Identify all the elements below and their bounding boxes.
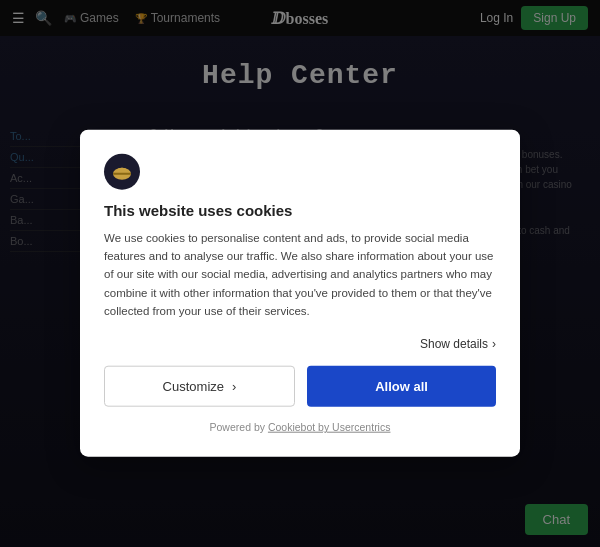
allow-all-button[interactable]: Allow all (307, 366, 496, 407)
customize-label: Customize (163, 379, 224, 394)
cookie-footer-prefix: Powered by (210, 421, 265, 433)
customize-chevron-icon: › (232, 379, 236, 394)
chevron-right-icon: › (492, 337, 496, 351)
svg-rect-2 (113, 172, 131, 174)
cookie-logo (104, 153, 496, 189)
show-details-container: Show details › (104, 334, 496, 352)
cookie-consent-dialog: This website uses cookies We use cookies… (80, 129, 520, 457)
cookie-footer: Powered by Cookiebot by Usercentrics (104, 421, 496, 433)
show-details-label: Show details (420, 337, 488, 351)
cookie-dialog-title: This website uses cookies (104, 201, 496, 218)
customize-button[interactable]: Customize › (104, 366, 295, 407)
cookiebot-link[interactable]: Cookiebot by Usercentrics (268, 421, 391, 433)
cookie-dialog-text: We use cookies to personalise content an… (104, 228, 496, 320)
cookie-actions: Customize › Allow all (104, 366, 496, 407)
cookie-logo-icon (104, 153, 140, 189)
cookiebot-logo-svg (110, 159, 134, 183)
show-details-button[interactable]: Show details › (420, 337, 496, 351)
